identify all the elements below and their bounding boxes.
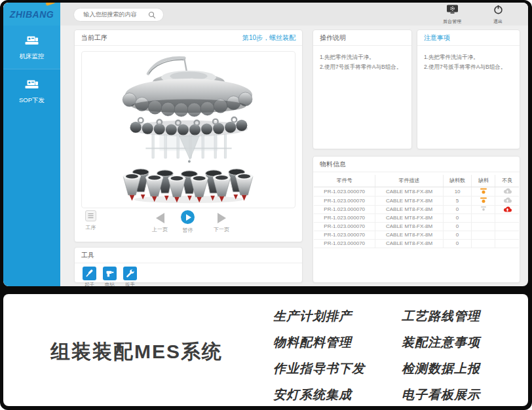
feature-column-2: 工艺路线管理装配注意事项检测数据上报电子看板展示	[402, 308, 530, 403]
operation-instructions-panel: 操作说明 1.先把零件洗清干净。 2.使用7号扳手将零件A与B组合。	[313, 29, 412, 149]
precaution-line: 1.先把零件洗清干净。	[424, 52, 513, 62]
materials-title: 物料信息	[320, 157, 346, 172]
material-row: PR-1.023.000070CABLE MT8-FX-8M0	[314, 231, 519, 239]
part-no: PR-1.023.000070	[314, 187, 375, 196]
tool-screwdriver[interactable]: 起子	[83, 267, 96, 286]
admin-monitor-gear-icon	[446, 5, 459, 17]
marketing-title: 组装装配MES系统	[50, 339, 223, 365]
current-process-title: 当前工序	[81, 30, 107, 45]
shortage-count: 0	[443, 222, 472, 231]
process-controls: 工序 上一页 暂停 下一页	[75, 209, 302, 238]
materials-panel: 物料信息 零件号 零件描述 缺料数 缺料 不良 PR-1.023.000070C…	[313, 156, 520, 283]
cloud-upload-icon	[503, 196, 512, 203]
prev-page-button[interactable]: 上一页	[152, 213, 168, 233]
material-row: PR-1.023.000070CABLE MT8-FX-8M0	[314, 222, 519, 231]
feature-item: 电子看板展示	[402, 386, 530, 403]
sidebar-item-machine-monitor[interactable]: 机床监控	[3, 26, 60, 69]
col-part-desc: 零件描述	[375, 175, 443, 187]
shortage-count: 0	[443, 205, 472, 214]
search-bar	[73, 7, 164, 21]
shortage-count: 0	[443, 214, 472, 222]
shortage-icon-cell	[472, 239, 495, 248]
admin-label: 后台管理	[443, 18, 461, 25]
part-no: PR-1.023.000070	[314, 222, 375, 231]
search-icon[interactable]	[148, 10, 156, 22]
app-window: ZHIBANG 后台管理 退出	[3, 3, 528, 286]
machine-icon	[24, 35, 39, 48]
shortage-count: 0	[443, 239, 472, 248]
process-step-link[interactable]: 第10步，螺丝装配	[242, 30, 295, 45]
col-defect: 不良	[495, 175, 519, 187]
tools-title: 工具	[81, 248, 94, 263]
col-part-no: 零件号	[314, 175, 375, 187]
screenshot-frame: ZHIBANG 后台管理 退出	[0, 0, 532, 410]
pause-button[interactable]: 暂停	[181, 210, 195, 234]
product-image-box	[81, 51, 295, 208]
material-row: PR-1.023.000070CABLE MT8-FX-8M5	[314, 196, 519, 205]
part-no: PR-1.023.000070	[314, 214, 375, 222]
feature-item: 安灯系统集成	[273, 386, 402, 403]
prev-label: 上一页	[152, 226, 168, 233]
logo-swoosh-icon	[46, 3, 56, 6]
part-desc: CABLE MT8-FX-8M	[375, 205, 443, 214]
materials-table: 零件号 零件描述 缺料数 缺料 不良 PR-1.023.000070CABLE …	[314, 175, 519, 248]
logo: ZHIBANG	[3, 3, 60, 26]
wrench-icon	[123, 267, 137, 280]
defect-icon-cell[interactable]	[495, 196, 519, 205]
defect-icon-cell[interactable]	[495, 187, 519, 196]
shortage-icon-cell	[472, 214, 495, 222]
cloud-upload-icon	[503, 206, 512, 212]
marketing-section: 组装装配MES系统 生产计划排产物料配料管理作业指导书下发安灯系统集成 工艺路线…	[3, 294, 528, 406]
material-row: PR-1.023.000070CABLE MT8-FX-8M0	[314, 205, 519, 214]
process-list-button[interactable]: 工序	[85, 210, 96, 231]
admin-button[interactable]: 后台管理	[438, 5, 466, 25]
defect-icon-cell	[495, 231, 519, 239]
part-desc: CABLE MT8-FX-8M	[375, 214, 443, 222]
feature-column-1: 生产计划排产物料配料管理作业指导书下发安灯系统集成	[273, 308, 402, 403]
col-shortage: 缺料	[472, 175, 495, 187]
power-icon	[493, 5, 503, 17]
topbar: ZHIBANG 后台管理 退出	[3, 3, 528, 26]
tool-drill[interactable]: 电钻	[103, 267, 117, 286]
shortage-count: 0	[443, 231, 472, 239]
play-icon	[181, 210, 195, 224]
andon-light-icon	[480, 187, 487, 195]
logout-label: 退出	[493, 18, 503, 25]
drill-icon	[103, 267, 117, 280]
instruction-line: 1.先把零件洗清干净。	[320, 52, 405, 62]
list-icon	[85, 210, 96, 221]
current-process-panel: 当前工序 第10步，螺丝装配	[74, 29, 303, 242]
sidebar-item-sop-dispatch[interactable]: SOP下发	[3, 69, 60, 113]
product-image	[83, 54, 295, 206]
next-page-button[interactable]: 下一页	[214, 213, 229, 233]
feature-item: 检测数据上报	[402, 360, 530, 377]
shortage-icon-cell	[472, 222, 495, 231]
andon-light-icon	[480, 196, 487, 204]
shortage-icon-cell[interactable]	[472, 196, 495, 205]
feature-list: 生产计划排产物料配料管理作业指导书下发安灯系统集成 工艺路线管理装配注意事项检测…	[273, 308, 530, 403]
instruction-line: 2.使用7号扳手将零件A与B组合。	[320, 62, 405, 72]
logo-text: ZHIBANG	[10, 9, 54, 20]
operation-instructions-title: 操作说明	[320, 30, 346, 45]
material-row: PR-1.023.000070CABLE MT8-FX-8M0	[314, 239, 519, 248]
part-no: PR-1.023.000070	[314, 239, 375, 248]
tool-wrench[interactable]: 扳手	[123, 267, 137, 286]
part-no: PR-1.023.000070	[314, 231, 375, 239]
feature-item: 装配注意事项	[402, 334, 530, 351]
defect-icon-cell[interactable]	[495, 205, 519, 214]
feature-item: 工艺路线管理	[402, 308, 530, 325]
col-shortage-count: 缺料数	[443, 175, 472, 187]
feature-item: 作业指导书下发	[273, 360, 402, 377]
screwdriver-icon	[83, 267, 96, 280]
cloud-upload-icon	[503, 187, 512, 194]
shortage-icon-cell[interactable]	[472, 205, 495, 214]
shortage-count: 10	[443, 187, 472, 196]
shortage-icon-cell[interactable]	[472, 187, 495, 196]
logout-button[interactable]: 退出	[484, 5, 512, 25]
sidebar-item-label: SOP下发	[19, 96, 45, 105]
prev-arrow-icon	[156, 213, 164, 223]
defect-icon-cell	[495, 214, 519, 222]
material-row: PR-1.023.000070CABLE MT8-FX-8M0	[314, 214, 519, 222]
part-no: PR-1.023.000070	[314, 196, 375, 205]
feature-item: 物料配料管理	[273, 334, 402, 351]
